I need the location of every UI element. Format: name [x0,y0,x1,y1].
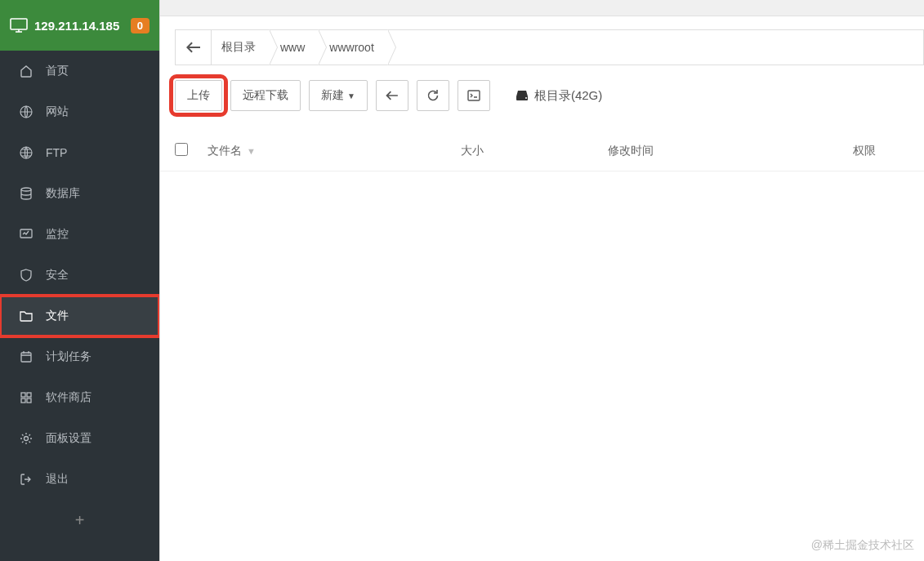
column-name-label: 文件名 [208,144,242,158]
sidebar-item-ftp[interactable]: FTP [0,132,159,173]
back-button[interactable] [176,30,212,65]
sidebar-item-label: 安全 [46,268,69,283]
terminal-button[interactable] [458,80,490,111]
svg-point-12 [25,437,29,441]
sidebar-item-label: 面板设置 [46,431,92,446]
caret-down-icon: ▼ [347,91,355,100]
notification-badge[interactable]: 0 [131,18,150,33]
svg-rect-0 [11,19,27,29]
select-all-checkbox[interactable] [175,143,188,156]
column-header-name[interactable]: 文件名 ▼ [208,144,461,158]
sort-icon: ▼ [247,146,256,156]
sidebar-item-label: 监控 [46,227,69,242]
column-header-perm[interactable]: 权限 [853,144,909,158]
hdd-icon [515,90,529,101]
sidebar-item-database[interactable]: 数据库 [0,173,159,214]
breadcrumb: 根目录wwwwwwroot [175,29,924,65]
toolbar: 上传 远程下载 新建▼ 根目录(42G) [175,80,924,111]
select-all-column [175,143,208,158]
sidebar-item-label: 计划任务 [46,350,92,364]
column-header-size[interactable]: 大小 [461,144,608,158]
svg-point-14 [525,97,527,99]
logout-icon [18,473,34,486]
new-button[interactable]: 新建▼ [309,80,368,111]
calendar-icon [18,350,34,363]
new-button-label: 新建 [321,88,344,103]
sidebar-item-globe[interactable]: 网站 [0,91,159,132]
sidebar: 129.211.14.185 0 首页网站FTP数据库监控安全文件计划任务软件商… [0,0,159,561]
folder-icon [18,309,34,323]
refresh-button[interactable] [417,80,449,111]
upload-button[interactable]: 上传 [175,80,222,111]
monitor-icon [18,228,34,241]
sidebar-item-label: 数据库 [46,186,80,201]
top-gap [160,0,924,16]
disk-info: 根目录(42G) [515,88,602,104]
watermark: @稀土掘金技术社区 [811,538,914,553]
sidebar-item-logout[interactable]: 退出 [0,459,159,500]
svg-rect-8 [21,393,25,397]
svg-rect-11 [27,398,31,403]
column-header-mtime[interactable]: 修改时间 [608,144,853,158]
disk-label: 根目录(42G) [534,88,602,104]
sidebar-item-label: 退出 [46,472,69,487]
svg-rect-10 [21,398,25,403]
sidebar-item-home[interactable]: 首页 [0,51,159,91]
sidebar-item-label: 软件商店 [46,390,92,405]
sidebar-item-shield[interactable]: 安全 [0,255,159,296]
apps-icon [18,391,34,404]
svg-rect-13 [468,91,480,100]
sidebar-item-label: FTP [46,146,67,159]
ftp-icon [18,146,34,159]
sidebar-item-label: 首页 [46,64,69,78]
database-icon [18,187,34,200]
breadcrumb-item[interactable]: wwwroot [319,30,388,65]
sidebar-item-label: 网站 [46,105,69,119]
sidebar-header: 129.211.14.185 0 [0,0,159,51]
sidebar-item-gear[interactable]: 面板设置 [0,418,159,459]
breadcrumb-item[interactable]: 根目录 [212,30,270,65]
globe-icon [18,105,34,118]
sidebar-item-folder[interactable]: 文件 [0,296,159,336]
main-content: 根目录wwwwwwroot 上传 远程下载 新建▼ 根目录(42G) 文件名 ▼ [159,0,924,561]
shield-icon [18,269,34,282]
svg-rect-7 [21,353,31,362]
server-ip: 129.211.14.185 [34,19,131,33]
gear-icon [18,432,34,445]
svg-rect-9 [27,393,31,397]
sidebar-item-calendar[interactable]: 计划任务 [0,336,159,377]
home-icon [18,65,34,78]
monitor-icon [10,18,28,33]
breadcrumb-item[interactable]: www [270,30,319,65]
remote-download-button[interactable]: 远程下载 [230,80,301,111]
svg-point-5 [21,188,31,191]
sidebar-item-monitor[interactable]: 监控 [0,214,159,255]
table-header: 文件名 ▼ 大小 修改时间 权限 [160,131,924,171]
sidebar-item-apps[interactable]: 软件商店 [0,377,159,418]
add-menu-button[interactable]: + [0,500,159,541]
sidebar-item-label: 文件 [46,309,69,323]
history-back-button[interactable] [376,80,408,111]
